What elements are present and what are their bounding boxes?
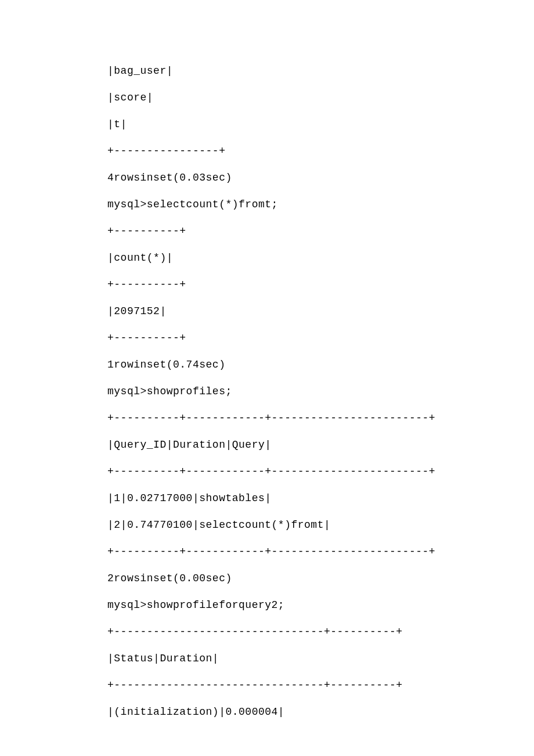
output-line: |2|0.74770100|selectcount(*)fromt| (107, 519, 499, 531)
output-line: +----------+------------+---------------… (107, 546, 499, 557)
output-line: +----------------+ (107, 145, 499, 157)
output-line: +----------+------------+---------------… (107, 412, 499, 424)
output-line: +--------------------------------+------… (107, 679, 499, 691)
output-line: mysql>showprofileforquery2; (107, 599, 499, 611)
output-line: +--------------------------------+------… (107, 626, 499, 638)
output-line: mysql>showprofiles; (107, 386, 499, 397)
output-line: |2097152| (107, 305, 499, 317)
output-line: +----------+ (107, 332, 499, 344)
output-line: mysql>selectcount(*)fromt; (107, 199, 499, 210)
output-line: 4rowsinset(0.03sec) (107, 172, 499, 183)
output-line: |score| (107, 92, 499, 103)
output-line: |(initialization)|0.000004| (107, 706, 499, 718)
output-line: +----------+ (107, 225, 499, 237)
output-line: |Status|Duration| (107, 653, 499, 664)
terminal-output: |bag_user| |score| |t| +----------------… (0, 0, 534, 718)
output-line: |t| (107, 118, 499, 130)
output-line: +----------+------------+---------------… (107, 466, 499, 477)
output-line: |Query_ID|Duration|Query| (107, 439, 499, 451)
output-line: 1rowinset(0.74sec) (107, 359, 499, 370)
output-line: 2rowsinset(0.00sec) (107, 573, 499, 584)
output-line: |bag_user| (107, 65, 499, 77)
output-line: |count(*)| (107, 252, 499, 264)
output-line: |1|0.02717000|showtables| (107, 492, 499, 504)
output-line: +----------+ (107, 279, 499, 290)
